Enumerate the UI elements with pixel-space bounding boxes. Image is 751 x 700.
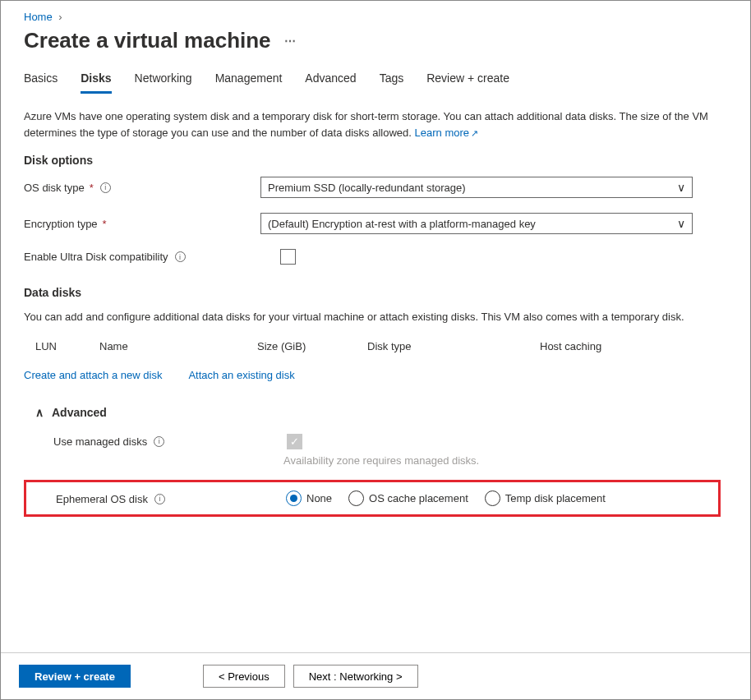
info-icon[interactable]: i	[154, 436, 164, 447]
encryption-type-label: Encryption type*	[24, 218, 260, 230]
tab-management[interactable]: Management	[215, 68, 283, 94]
ultra-disk-label: Enable Ultra Disk compatibility i	[24, 251, 260, 263]
info-icon[interactable]: i	[175, 251, 186, 262]
page-title-text: Create a virtual machine	[24, 28, 271, 53]
more-icon[interactable]: ⋯	[284, 35, 297, 48]
ephemeral-radio-temp[interactable]: Temp disk placement	[485, 490, 606, 506]
ephemeral-radio-none[interactable]: None	[286, 490, 332, 506]
encryption-type-select[interactable]: (Default) Encryption at-rest with a plat…	[260, 213, 693, 234]
next-button[interactable]: Next : Networking >	[293, 665, 418, 688]
ephemeral-os-disk-highlight: Ephemeral OS disk i None OS cache placem…	[24, 480, 721, 517]
chevron-down-icon: ∨	[677, 181, 685, 194]
chevron-up-icon: ∧	[35, 406, 44, 419]
radio-icon	[286, 490, 302, 506]
info-icon[interactable]: i	[154, 494, 165, 504]
os-disk-type-row: OS disk type* i Premium SSD (locally-red…	[24, 177, 727, 198]
advanced-heading-text: Advanced	[52, 406, 107, 419]
ephemeral-radio-os-cache[interactable]: OS cache placement	[348, 490, 468, 506]
use-managed-disks-label: Use managed disks i	[53, 434, 283, 448]
data-disks-table-header: LUN Name Size (GiB) Disk type Host cachi…	[24, 335, 727, 357]
review-create-button[interactable]: Review + create	[19, 665, 131, 688]
os-disk-type-value: Premium SSD (locally-redundant storage)	[268, 182, 466, 194]
managed-disks-note: Availability zone requires managed disks…	[283, 454, 727, 467]
create-disk-link[interactable]: Create and attach a new disk	[24, 369, 162, 381]
col-lun: LUN	[24, 340, 99, 352]
learn-more-link[interactable]: Learn more↗	[415, 127, 478, 139]
advanced-section: ∧ Advanced Use managed disks i ✓ Availab…	[24, 406, 727, 517]
breadcrumb-home[interactable]: Home	[24, 11, 53, 23]
col-name: Name	[99, 340, 257, 352]
data-disks-heading: Data disks	[24, 286, 727, 299]
tab-basics[interactable]: Basics	[24, 68, 58, 94]
page-title: Create a virtual machine ⋯	[24, 28, 727, 53]
ultra-disk-row: Enable Ultra Disk compatibility i	[24, 249, 727, 265]
use-managed-disks-checkbox: ✓	[287, 434, 302, 449]
col-size: Size (GiB)	[257, 340, 367, 352]
tab-review[interactable]: Review + create	[426, 68, 509, 94]
intro-body: Azure VMs have one operating system disk…	[24, 110, 708, 139]
wizard-footer: Review + create < Previous Next : Networ…	[1, 652, 750, 699]
encryption-type-value: (Default) Encryption at-rest with a plat…	[268, 218, 536, 230]
col-type: Disk type	[367, 340, 540, 352]
tab-tags[interactable]: Tags	[380, 68, 404, 94]
external-link-icon: ↗	[471, 128, 478, 138]
advanced-toggle[interactable]: ∧ Advanced	[24, 406, 727, 419]
ephemeral-os-disk-label: Ephemeral OS disk i	[56, 491, 286, 505]
previous-button[interactable]: < Previous	[203, 665, 285, 688]
os-disk-type-label: OS disk type* i	[24, 182, 260, 194]
ultra-disk-checkbox[interactable]	[280, 249, 296, 265]
radio-label: OS cache placement	[369, 492, 468, 504]
breadcrumb: Home ›	[24, 11, 727, 23]
disk-options-heading: Disk options	[24, 154, 727, 167]
data-disk-actions: Create and attach a new disk Attach an e…	[24, 369, 727, 381]
attach-disk-link[interactable]: Attach an existing disk	[188, 369, 294, 381]
chevron-down-icon: ∨	[677, 217, 685, 230]
tab-advanced[interactable]: Advanced	[305, 68, 356, 94]
ephemeral-radio-group: None OS cache placement Temp disk placem…	[286, 490, 606, 506]
use-managed-disks-row: Use managed disks i ✓ Availability zone …	[24, 434, 727, 467]
radio-label: Temp disk placement	[505, 492, 606, 504]
os-disk-type-select[interactable]: Premium SSD (locally-redundant storage) …	[260, 177, 693, 198]
col-cache: Host caching	[540, 340, 727, 352]
intro-text: Azure VMs have one operating system disk…	[24, 108, 727, 140]
tab-bar: Basics Disks Networking Management Advan…	[24, 68, 727, 94]
data-disks-desc: You can add and configure additional dat…	[24, 309, 727, 325]
radio-icon	[348, 490, 364, 506]
tab-disks[interactable]: Disks	[81, 68, 111, 94]
radio-icon	[485, 490, 500, 506]
info-icon[interactable]: i	[100, 182, 111, 193]
radio-label: None	[306, 492, 332, 504]
tab-networking[interactable]: Networking	[135, 68, 192, 94]
encryption-type-row: Encryption type* (Default) Encryption at…	[24, 213, 727, 234]
chevron-right-icon: ›	[58, 11, 62, 23]
